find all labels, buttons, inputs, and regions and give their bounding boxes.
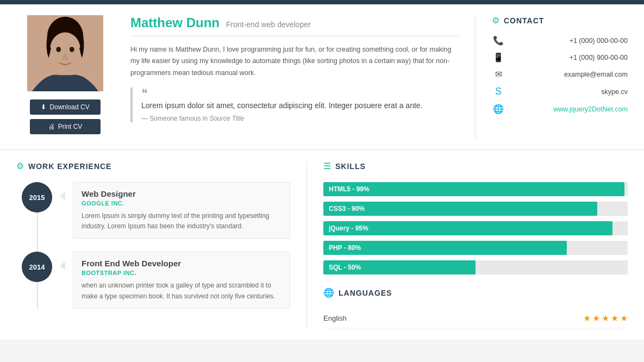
bottom-section: ⚙ WORK EXPERIENCE 2015 Web Designer GOOG…: [0, 150, 644, 339]
page-container: ⬇ Download CV 🖨 Print CV Matthew Dunn Fr…: [0, 4, 644, 339]
phone-icon: 📞: [492, 35, 505, 46]
star-2: ★: [592, 313, 600, 323]
timeline: 2015 Web Designer GOOGLE INC. Lorem Ipsu…: [16, 182, 290, 309]
download-cv-button[interactable]: ⬇ Download CV: [30, 99, 101, 115]
skill-bar-fill-jquery: jQuery - 95%: [323, 221, 612, 235]
avatar: [27, 15, 103, 91]
quote-mark-icon: ❝: [141, 88, 459, 99]
contact-phone-value: +1 (000) 000-00-00: [570, 37, 628, 45]
lang-icon: 🌐: [323, 288, 334, 298]
mobile-icon: 📱: [492, 52, 505, 63]
skill-bar-bg-php: PHP - 80%: [323, 241, 628, 255]
work-heading-text: WORK EXPERIENCE: [28, 162, 111, 171]
job-desc-2014: when an unknown printer took a galley of…: [82, 280, 282, 301]
star-5: ★: [620, 313, 628, 323]
timeline-arrow-2014: [60, 261, 65, 270]
skill-bar-fill-html5: HTML5 - 99%: [323, 182, 624, 196]
timeline-arrow-2015: [60, 192, 65, 201]
contact-section-heading: ⚙ CONTACT: [492, 15, 628, 26]
skill-label-jquery: jQuery - 95%: [329, 224, 368, 232]
languages-heading-row: 🌐 LANGUAGES: [323, 288, 628, 298]
skill-label-css3: CSS3 - 90%: [329, 205, 365, 213]
job-title-2014: Front End Web Developer: [82, 259, 282, 268]
work-experience-section: ⚙ WORK EXPERIENCE 2015 Web Designer GOOG…: [16, 161, 307, 328]
skills-heading-text: SKILLS: [335, 162, 366, 171]
svg-point-3: [56, 47, 61, 52]
skill-label-sql: SQL - 50%: [329, 264, 361, 271]
contact-mobile: 📱 +1 (000) 900-00-00: [492, 52, 628, 63]
contact-gear-icon: ⚙: [492, 15, 499, 26]
quote-author: — Someone famous in: [141, 115, 208, 122]
skills-languages-section: ☰ SKILLS HTML5 - 99% CSS3 - 90%: [323, 161, 628, 328]
contact-skype-value: skype.cv: [601, 88, 628, 96]
languages-heading-text: LANGUAGES: [339, 289, 392, 297]
skill-bar-bg-sql: SQL - 50%: [323, 260, 628, 274]
skill-label-php: PHP - 80%: [329, 244, 361, 252]
star-4: ★: [611, 313, 618, 323]
year-bubble-2015: 2015: [22, 182, 52, 213]
language-english: English ★ ★ ★ ★ ★: [323, 309, 628, 328]
contact-web-value[interactable]: www.jquery2DotNet.com: [553, 105, 628, 113]
contact-email: ✉ example@email.com: [492, 69, 628, 79]
language-stars-english: ★ ★ ★ ★ ★: [583, 313, 628, 323]
left-profile: ⬇ Download CV 🖨 Print CV: [16, 15, 114, 139]
year-2015-label: 2015: [29, 194, 45, 202]
profile-bio: Hi my name is Matthew Dunn, I love progr…: [130, 44, 459, 79]
work-heading-row: ⚙ WORK EXPERIENCE: [16, 161, 290, 171]
profile-title: Front-end web developer: [226, 20, 311, 29]
svg-rect-5: [59, 66, 72, 76]
profile-quote-block: ❝ Lorem ipsum dolor sit amet, consectetu…: [130, 88, 459, 122]
year-bubble-2014: 2014: [22, 252, 52, 282]
email-icon: ✉: [492, 69, 505, 79]
quote-source: — Someone famous in Source Title: [141, 115, 459, 122]
timeline-card-2015: Web Designer GOOGLE INC. Lorem Ipsum is …: [73, 182, 290, 239]
skill-bar-bg-jquery: jQuery - 95%: [323, 221, 628, 235]
name-divider: [130, 36, 459, 36]
languages-section: 🌐 LANGUAGES English ★ ★ ★ ★ ★: [323, 288, 628, 328]
skill-php: PHP - 80%: [323, 241, 628, 255]
star-1: ★: [583, 313, 591, 323]
contact-heading-text: CONTACT: [504, 16, 544, 25]
skill-bar-fill-php: PHP - 80%: [323, 241, 567, 255]
profile-name-row: Matthew Dunn Front-end web developer: [130, 15, 459, 30]
timeline-item-2015: 2015 Web Designer GOOGLE INC. Lorem Ipsu…: [22, 182, 290, 239]
year-2014-label: 2014: [29, 263, 45, 271]
contact-email-value: example@email.com: [564, 71, 628, 78]
job-title-2015: Web Designer: [82, 189, 282, 198]
language-name-english: English: [323, 314, 347, 322]
right-contact: ⚙ CONTACT 📞 +1 (000) 000-00-00 📱 +1 (000…: [476, 15, 628, 139]
skill-bar-fill-sql: SQL - 50%: [323, 260, 476, 274]
skills-list-icon: ☰: [323, 161, 331, 171]
contact-web: 🌐 www.jquery2DotNet.com: [492, 104, 628, 114]
skill-sql: SQL - 50%: [323, 260, 628, 274]
skill-bar-bg-css3: CSS3 - 90%: [323, 202, 628, 216]
skill-bar-bg-html5: HTML5 - 99%: [323, 182, 628, 196]
profile-name: Matthew Dunn: [130, 15, 220, 30]
top-bar: [0, 0, 644, 4]
middle-profile: Matthew Dunn Front-end web developer Hi …: [114, 15, 476, 139]
svg-point-2: [50, 33, 80, 67]
contact-mobile-value: +1 (000) 900-00-00: [570, 54, 628, 61]
job-desc-2015: Lorem Ipsum is simply dummy text of the …: [82, 211, 282, 232]
print-icon: 🖨: [48, 123, 55, 130]
contact-phone: 📞 +1 (000) 000-00-00: [492, 35, 628, 46]
skill-label-html5: HTML5 - 99%: [329, 185, 370, 193]
print-cv-button[interactable]: 🖨 Print CV: [30, 119, 101, 134]
skill-jquery: jQuery - 95%: [323, 221, 628, 235]
timeline-card-2014: Front End Web Developer BOOTSTRAP INC. w…: [73, 252, 290, 308]
star-3: ★: [602, 313, 609, 323]
web-icon: 🌐: [492, 104, 505, 114]
print-cv-label: Print CV: [58, 123, 83, 130]
timeline-item-2014: 2014 Front End Web Developer BOOTSTRAP I…: [22, 252, 290, 308]
skype-icon: S: [492, 86, 505, 97]
skill-bar-fill-css3: CSS3 - 90%: [323, 202, 597, 216]
quote-text: Lorem ipsum dolor sit amet, consectetur …: [141, 99, 459, 111]
top-section: ⬇ Download CV 🖨 Print CV Matthew Dunn Fr…: [0, 4, 644, 150]
work-gear-icon: ⚙: [16, 161, 24, 171]
job-company-2015: GOOGLE INC.: [82, 200, 282, 207]
skills-list: HTML5 - 99% CSS3 - 90% jQuery - 95%: [323, 182, 628, 274]
quote-source-title: Source Title: [209, 115, 244, 122]
job-company-2014: BOOTSTRAP INC.: [82, 270, 282, 276]
contact-skype: S skype.cv: [492, 86, 628, 97]
skill-css3: CSS3 - 90%: [323, 202, 628, 216]
